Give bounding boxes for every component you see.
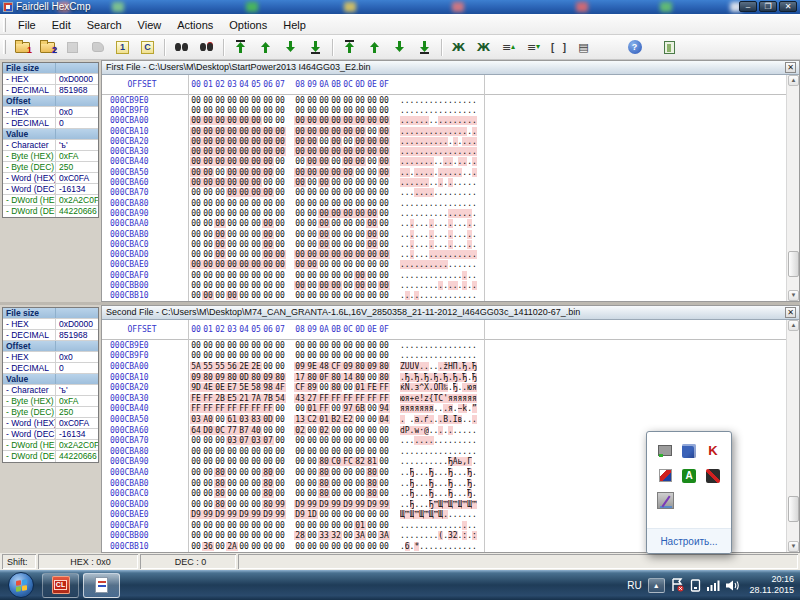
prev-match-button[interactable] (363, 37, 386, 58)
hex-byte-cell[interactable]: 00 (226, 457, 238, 466)
ascii-char-cell[interactable]: . (472, 147, 477, 156)
hex-byte-cell[interactable]: 00 (306, 178, 318, 187)
hex-byte-cell[interactable]: 00 (294, 240, 306, 249)
property-row[interactable]: - Byte (HEX)0xFA (3, 151, 98, 162)
hex-byte-cell[interactable]: 00 (366, 127, 378, 136)
property-row[interactable]: - DECIMAL0 (3, 118, 98, 129)
hex-byte-cell[interactable]: 00 (274, 157, 286, 166)
hex-byte-cell[interactable]: 00 (214, 127, 226, 136)
volume-icon[interactable] (726, 580, 740, 591)
view-compare-button[interactable]: C (136, 37, 159, 58)
hex-byte-cell[interactable]: 00 (274, 260, 286, 269)
hex-byte-cell[interactable]: 99 (274, 500, 286, 509)
hex-byte-cell[interactable]: C2 (306, 415, 318, 424)
hex-byte-cell[interactable]: 00 (250, 531, 262, 540)
hex-byte-cell[interactable]: 00 (366, 157, 378, 166)
prev-difference-button[interactable] (254, 37, 277, 58)
hex-byte-cell[interactable]: 00 (202, 447, 214, 456)
hex-byte-cell[interactable]: 00 (226, 489, 238, 498)
hex-byte-cell[interactable]: 00 (250, 127, 262, 136)
hex-byte-cell[interactable]: E7 (226, 383, 238, 392)
hex-byte-cell[interactable]: 00 (330, 521, 342, 530)
hex-byte-cell[interactable]: 00 (190, 500, 202, 509)
hex-byte-cell[interactable]: FE (366, 383, 378, 392)
hex-byte-cell[interactable]: 00 (238, 489, 250, 498)
start-button[interactable] (8, 572, 34, 598)
hex-byte-cell[interactable]: 36 (202, 542, 214, 551)
hex-byte-cell[interactable]: 00 (202, 457, 214, 466)
hex-byte-cell[interactable]: 80 (214, 479, 226, 488)
hex-byte-cell[interactable]: 00 (294, 188, 306, 197)
hex-byte-cell[interactable]: 00 (250, 489, 262, 498)
hex-byte-cell[interactable]: 64 (190, 426, 202, 435)
hex-byte-cell[interactable]: 00 (262, 106, 274, 115)
scrollbar-thumb[interactable] (788, 496, 799, 522)
hex-byte-cell[interactable]: 00 (262, 219, 274, 228)
hex-byte-cell[interactable]: 00 (262, 281, 274, 290)
hex-byte-cell[interactable]: 00 (354, 351, 366, 360)
ascii-char-cell[interactable]: . (472, 116, 477, 125)
hex-byte-cell[interactable]: 00 (330, 468, 342, 477)
hex-byte-cell[interactable]: 00 (190, 230, 202, 239)
hex-byte-cell[interactable]: 00 (262, 178, 274, 187)
hex-byte-cell[interactable]: 00 (202, 341, 214, 350)
hex-byte-cell[interactable]: 00 (274, 447, 286, 456)
hex-byte-cell[interactable]: 00 (214, 116, 226, 125)
hex-byte-cell[interactable]: 00 (330, 157, 342, 166)
hex-byte-cell[interactable]: B2 (330, 415, 342, 424)
ascii-char-cell[interactable]: . (472, 250, 477, 259)
hex-byte-cell[interactable]: 00 (366, 230, 378, 239)
hex-byte-cell[interactable]: 99 (306, 500, 318, 509)
hex-byte-cell[interactable]: 00 (378, 188, 390, 197)
hex-byte-cell[interactable]: 00 (274, 426, 286, 435)
hex-byte-cell[interactable]: 00 (354, 230, 366, 239)
hex-byte-cell[interactable]: 00 (202, 188, 214, 197)
hex-byte-cell[interactable]: 00 (378, 147, 390, 156)
hex-byte-cell[interactable]: 00 (214, 209, 226, 218)
hex-byte-cell[interactable]: 00 (342, 219, 354, 228)
hex-byte-cell[interactable]: 00 (294, 351, 306, 360)
hex-byte-cell[interactable]: 00 (378, 341, 390, 350)
hex-byte-cell[interactable]: 0E (214, 383, 226, 392)
hex-byte-cell[interactable]: 00 (342, 531, 354, 540)
hex-byte-cell[interactable]: 03 (226, 436, 238, 445)
hex-byte-cell[interactable]: 00 (378, 250, 390, 259)
hex-byte-cell[interactable]: 07 (238, 436, 250, 445)
hex-byte-cell[interactable]: 00 (238, 479, 250, 488)
hex-byte-cell[interactable]: 00 (366, 240, 378, 249)
hex-byte-cell[interactable]: 00 (274, 106, 286, 115)
hex-byte-cell[interactable]: 99 (354, 500, 366, 509)
hex-byte-cell[interactable]: 00 (190, 489, 202, 498)
hex-byte-cell[interactable]: 00 (342, 521, 354, 530)
hex-byte-cell[interactable]: 00 (262, 147, 274, 156)
hex-byte-cell[interactable]: 00 (354, 291, 366, 300)
hex-byte-cell[interactable]: 00 (214, 168, 226, 177)
hex-byte-cell[interactable]: 00 (330, 436, 342, 445)
ascii-char-cell[interactable]: . (472, 436, 477, 445)
hex-byte-cell[interactable]: 00 (318, 157, 330, 166)
hex-byte-cell[interactable]: 00 (378, 106, 390, 115)
hex-byte-cell[interactable]: 00 (294, 96, 306, 105)
hex-byte-cell[interactable]: 00 (318, 219, 330, 228)
hex-byte-cell[interactable]: 00 (330, 116, 342, 125)
hex-byte-cell[interactable]: 00 (366, 178, 378, 187)
ascii-char-cell[interactable]: ” (472, 404, 477, 413)
hex-byte-cell[interactable]: 00 (378, 281, 390, 290)
hex-byte-cell[interactable]: 80 (306, 373, 318, 382)
hex-byte-cell[interactable]: 27 (306, 394, 318, 403)
ascii-char-cell[interactable]: . (472, 271, 477, 280)
hex-byte-cell[interactable]: 00 (330, 209, 342, 218)
hex-byte-cell[interactable]: 00 (354, 415, 366, 424)
hex-byte-cell[interactable]: 00 (274, 489, 286, 498)
hex-byte-cell[interactable]: 00 (330, 188, 342, 197)
hex-byte-cell[interactable]: 00 (330, 404, 342, 413)
hex-byte-cell[interactable]: 40 (250, 426, 262, 435)
hex-byte-cell[interactable]: 00 (318, 147, 330, 156)
ascii-char-cell[interactable]: . (472, 240, 477, 249)
hex-byte-cell[interactable]: 00 (354, 188, 366, 197)
hex-byte-cell[interactable]: 00 (250, 116, 262, 125)
hex-byte-cell[interactable]: D9 (262, 510, 274, 519)
hex-byte-cell[interactable]: 00 (306, 436, 318, 445)
first-match-button[interactable] (338, 37, 361, 58)
hex-byte-cell[interactable]: 00 (378, 291, 390, 300)
